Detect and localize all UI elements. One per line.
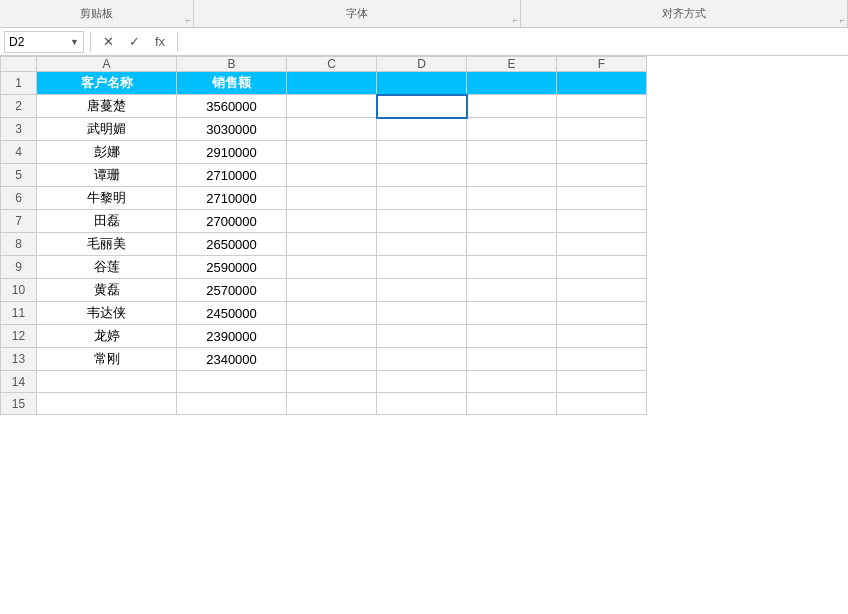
cell-r10-c4[interactable] <box>377 279 467 302</box>
cell-r12-c2[interactable]: 2390000 <box>177 325 287 348</box>
row-header-14[interactable]: 14 <box>1 371 37 393</box>
cell-r15-c1[interactable] <box>37 393 177 415</box>
cell-r12-c4[interactable] <box>377 325 467 348</box>
cell-r13-c2[interactable]: 2340000 <box>177 348 287 371</box>
cell-r7-c4[interactable] <box>377 210 467 233</box>
cell-r4-c4[interactable] <box>377 141 467 164</box>
cell-r8-c1[interactable]: 毛丽美 <box>37 233 177 256</box>
cell-r11-c3[interactable] <box>287 302 377 325</box>
cell-r3-c4[interactable] <box>377 118 467 141</box>
cell-r9-c2[interactable]: 2590000 <box>177 256 287 279</box>
cell-r6-c3[interactable] <box>287 187 377 210</box>
row-header-1[interactable]: 1 <box>1 72 37 95</box>
col-header-e[interactable]: E <box>467 57 557 72</box>
formula-cancel-button[interactable]: ✕ <box>97 31 119 53</box>
cell-r14-c4[interactable] <box>377 371 467 393</box>
cell-r3-c3[interactable] <box>287 118 377 141</box>
cell-r12-c5[interactable] <box>467 325 557 348</box>
cell-r12-c6[interactable] <box>557 325 647 348</box>
row-header-13[interactable]: 13 <box>1 348 37 371</box>
row-header-9[interactable]: 9 <box>1 256 37 279</box>
cell-r13-c3[interactable] <box>287 348 377 371</box>
cell-r9-c5[interactable] <box>467 256 557 279</box>
cell-r11-c5[interactable] <box>467 302 557 325</box>
cell-r15-c4[interactable] <box>377 393 467 415</box>
cell-r11-c2[interactable]: 2450000 <box>177 302 287 325</box>
cell-r15-c5[interactable] <box>467 393 557 415</box>
row-header-11[interactable]: 11 <box>1 302 37 325</box>
cell-r6-c2[interactable]: 2710000 <box>177 187 287 210</box>
cell-r13-c4[interactable] <box>377 348 467 371</box>
cell-r13-c6[interactable] <box>557 348 647 371</box>
cell-r12-c1[interactable]: 龙婷 <box>37 325 177 348</box>
cell-r1-c6[interactable] <box>557 72 647 95</box>
cell-r6-c1[interactable]: 牛黎明 <box>37 187 177 210</box>
cell-r15-c2[interactable] <box>177 393 287 415</box>
cell-r1-c1[interactable]: 客户名称 <box>37 72 177 95</box>
cell-r9-c4[interactable] <box>377 256 467 279</box>
cell-r3-c1[interactable]: 武明媚 <box>37 118 177 141</box>
cell-r8-c5[interactable] <box>467 233 557 256</box>
cell-r7-c3[interactable] <box>287 210 377 233</box>
cell-r14-c6[interactable] <box>557 371 647 393</box>
cell-r7-c5[interactable] <box>467 210 557 233</box>
col-header-f[interactable]: F <box>557 57 647 72</box>
name-box[interactable]: D2 ▼ <box>4 31 84 53</box>
cell-r1-c5[interactable] <box>467 72 557 95</box>
cell-r11-c6[interactable] <box>557 302 647 325</box>
row-header-8[interactable]: 8 <box>1 233 37 256</box>
cell-r10-c2[interactable]: 2570000 <box>177 279 287 302</box>
cell-r4-c1[interactable]: 彭娜 <box>37 141 177 164</box>
cell-r2-c3[interactable] <box>287 95 377 118</box>
cell-r4-c5[interactable] <box>467 141 557 164</box>
cell-r2-c6[interactable] <box>557 95 647 118</box>
cell-r12-c3[interactable] <box>287 325 377 348</box>
row-header-2[interactable]: 2 <box>1 95 37 118</box>
cell-r2-c5[interactable] <box>467 95 557 118</box>
cell-r7-c2[interactable]: 2700000 <box>177 210 287 233</box>
cell-r9-c6[interactable] <box>557 256 647 279</box>
formula-confirm-button[interactable]: ✓ <box>123 31 145 53</box>
cell-r2-c4[interactable] <box>377 95 467 118</box>
cell-r11-c1[interactable]: 韦达侠 <box>37 302 177 325</box>
row-header-7[interactable]: 7 <box>1 210 37 233</box>
cell-r3-c6[interactable] <box>557 118 647 141</box>
cell-r6-c5[interactable] <box>467 187 557 210</box>
cell-r8-c2[interactable]: 2650000 <box>177 233 287 256</box>
row-header-4[interactable]: 4 <box>1 141 37 164</box>
row-header-10[interactable]: 10 <box>1 279 37 302</box>
cell-r1-c3[interactable] <box>287 72 377 95</box>
cell-r2-c2[interactable]: 3560000 <box>177 95 287 118</box>
cell-r4-c2[interactable]: 2910000 <box>177 141 287 164</box>
cell-r7-c1[interactable]: 田磊 <box>37 210 177 233</box>
cell-r2-c1[interactable]: 唐蔓楚 <box>37 95 177 118</box>
cell-r5-c3[interactable] <box>287 164 377 187</box>
cell-r4-c6[interactable] <box>557 141 647 164</box>
cell-r14-c1[interactable] <box>37 371 177 393</box>
formula-input[interactable] <box>184 31 844 53</box>
col-header-c[interactable]: C <box>287 57 377 72</box>
cell-r5-c6[interactable] <box>557 164 647 187</box>
cell-r8-c6[interactable] <box>557 233 647 256</box>
cell-r5-c5[interactable] <box>467 164 557 187</box>
cell-r4-c3[interactable] <box>287 141 377 164</box>
row-header-3[interactable]: 3 <box>1 118 37 141</box>
cell-r3-c2[interactable]: 3030000 <box>177 118 287 141</box>
cell-r14-c2[interactable] <box>177 371 287 393</box>
cell-r9-c1[interactable]: 谷莲 <box>37 256 177 279</box>
cell-r5-c1[interactable]: 谭珊 <box>37 164 177 187</box>
cell-r8-c3[interactable] <box>287 233 377 256</box>
row-header-12[interactable]: 12 <box>1 325 37 348</box>
row-header-15[interactable]: 15 <box>1 393 37 415</box>
cell-r9-c3[interactable] <box>287 256 377 279</box>
cell-r10-c5[interactable] <box>467 279 557 302</box>
cell-r6-c6[interactable] <box>557 187 647 210</box>
cell-r14-c5[interactable] <box>467 371 557 393</box>
cell-r11-c4[interactable] <box>377 302 467 325</box>
cell-r13-c5[interactable] <box>467 348 557 371</box>
cell-r5-c2[interactable]: 2710000 <box>177 164 287 187</box>
formula-function-button[interactable]: fx <box>149 31 171 53</box>
cell-r1-c4[interactable] <box>377 72 467 95</box>
cell-r10-c1[interactable]: 黄磊 <box>37 279 177 302</box>
cell-r13-c1[interactable]: 常刚 <box>37 348 177 371</box>
